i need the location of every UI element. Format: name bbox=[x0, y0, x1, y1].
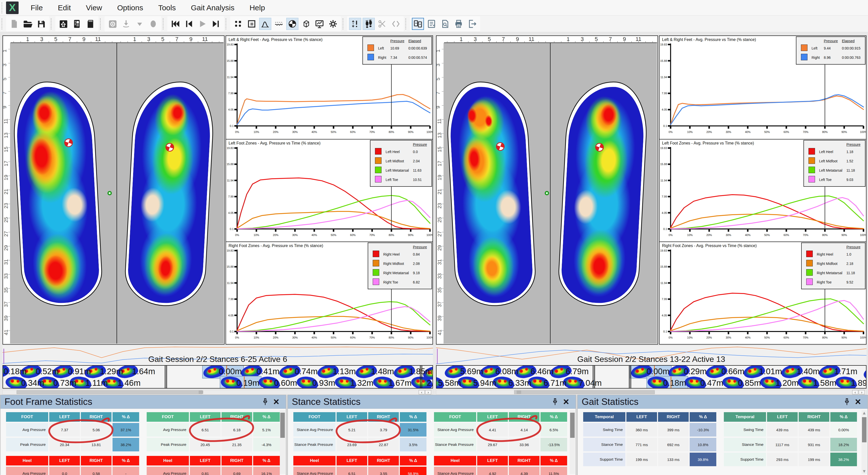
scroll-right-button[interactable]: › bbox=[859, 390, 865, 394]
timeline-stance-top[interactable]: 0.29m bbox=[668, 365, 706, 378]
close-icon[interactable]: × bbox=[561, 396, 571, 407]
timeline-stance-top[interactable]: 0.18m bbox=[2, 365, 20, 378]
save-file-button[interactable] bbox=[35, 18, 47, 30]
crop-tool-button[interactable] bbox=[376, 18, 388, 30]
close-icon[interactable]: × bbox=[271, 396, 282, 407]
code-view-button[interactable] bbox=[390, 18, 402, 30]
timeline-stance-bottom[interactable]: 1.32m bbox=[335, 377, 373, 389]
record-options-button[interactable] bbox=[134, 18, 146, 30]
play-button[interactable] bbox=[196, 18, 209, 30]
export-button[interactable] bbox=[466, 18, 478, 30]
scroll-down-icon[interactable]: ▼ bbox=[862, 469, 867, 474]
toolbar-group-handle[interactable] bbox=[100, 18, 102, 29]
scrollbar-grip[interactable] bbox=[517, 391, 521, 394]
timeline-stance-bottom[interactable]: 0.19m bbox=[220, 377, 258, 389]
timeline-stance-top[interactable]: 0.66m bbox=[706, 365, 743, 378]
scrollbar-grip[interactable] bbox=[199, 391, 203, 394]
timeline-stance-bottom[interactable]: 1.20m bbox=[760, 377, 798, 389]
record-dot-button[interactable] bbox=[147, 18, 159, 30]
device-manager-button[interactable] bbox=[71, 18, 83, 30]
cell-display-button[interactable] bbox=[232, 18, 244, 30]
sensor-map-button[interactable] bbox=[57, 18, 69, 30]
stats-scrollbar[interactable]: ▲▼ bbox=[862, 410, 867, 474]
timeline-stance-bottom[interactable]: 6.71m bbox=[528, 377, 563, 389]
menu-item-file[interactable]: File bbox=[23, 1, 50, 14]
curve-view-button[interactable] bbox=[259, 18, 271, 30]
timeline-stance-bottom[interactable]: 1.89m bbox=[835, 377, 867, 389]
timeline-stance-top[interactable]: 1.13m bbox=[317, 365, 355, 378]
sd-card-button[interactable] bbox=[84, 18, 96, 30]
frame-box-button[interactable] bbox=[246, 18, 258, 30]
menu-item-help[interactable]: Help bbox=[242, 1, 273, 14]
timeline-stance-top[interactable]: 1.01m bbox=[743, 365, 781, 378]
toolbar-group-handle[interactable] bbox=[343, 18, 345, 29]
print-button[interactable] bbox=[453, 18, 465, 30]
timeline-stance-top[interactable]: 1.40m bbox=[781, 365, 819, 378]
timeline-stance-top[interactable]: 0.41m bbox=[241, 365, 279, 378]
toolbar-group-handle[interactable] bbox=[225, 18, 227, 29]
timeline-stance-bottom[interactable]: 0.34m bbox=[5, 377, 38, 389]
timeline-stance-top[interactable]: 1.85m bbox=[394, 365, 432, 378]
cop-point-icon[interactable] bbox=[107, 191, 112, 195]
stance-timeline[interactable]: 0.18m0.52m0.91m1.29m1.64m0.34m0.73m1.11m… bbox=[2, 365, 433, 389]
timeline-stance-top[interactable]: 0.00m bbox=[630, 365, 668, 378]
measure-tool-button[interactable] bbox=[349, 18, 361, 30]
import-recording-button[interactable] bbox=[120, 18, 132, 30]
timeline-stance-top[interactable]: 1.71m bbox=[819, 365, 857, 378]
scroll-up-icon[interactable]: ▲ bbox=[862, 410, 867, 416]
menu-item-gait-analysis[interactable]: Gait Analysis bbox=[183, 1, 242, 14]
toolbar-drag-handle[interactable] bbox=[1, 2, 3, 13]
timeline-stance-bottom[interactable]: 0.85m bbox=[722, 377, 760, 389]
first-frame-button[interactable] bbox=[169, 18, 181, 30]
timeline-stance-top[interactable]: 6.79m bbox=[550, 365, 585, 378]
scrollbar-thumb[interactable] bbox=[17, 390, 203, 394]
last-frame-button[interactable] bbox=[210, 18, 222, 30]
timeline-stance-selected[interactable]: 0.00m bbox=[630, 365, 671, 378]
scrollbar-thumb[interactable] bbox=[514, 390, 655, 394]
menu-item-options[interactable]: Options bbox=[110, 1, 151, 14]
scrollbar-thumb[interactable] bbox=[280, 413, 285, 438]
pin-icon[interactable] bbox=[841, 396, 852, 407]
timeline-stance-top[interactable]: 6.46m bbox=[515, 365, 550, 378]
report-button[interactable] bbox=[426, 18, 437, 30]
timeline-stance-bottom[interactable]: 1.58m bbox=[798, 377, 835, 389]
timeline-stance-top[interactable]: 0.00m bbox=[203, 365, 241, 378]
previous-frame-button[interactable] bbox=[183, 18, 195, 30]
cop-display-button[interactable] bbox=[286, 18, 299, 30]
timeline-stance-bottom[interactable]: 7.04m bbox=[563, 377, 598, 389]
menu-item-edit[interactable]: Edit bbox=[50, 1, 79, 14]
timeline-stance-selected[interactable]: 0.18m bbox=[647, 377, 688, 389]
record-video-button[interactable] bbox=[106, 18, 119, 30]
cop-point-icon[interactable] bbox=[545, 191, 549, 195]
timeline-stance-bottom[interactable]: 1.67m bbox=[373, 377, 411, 389]
open-file-button[interactable] bbox=[22, 18, 34, 30]
timeline-stance-bottom[interactable]: 0.93m bbox=[297, 377, 335, 389]
scrollbar-thumb[interactable] bbox=[570, 413, 575, 438]
timeline-stance-top[interactable]: 1.48m bbox=[355, 365, 394, 378]
scroll-right-button[interactable]: › bbox=[425, 390, 431, 394]
toolbar-group-handle[interactable] bbox=[51, 18, 53, 29]
timeline-scrollbar[interactable]: ‹› bbox=[436, 390, 867, 394]
scroll-left-button[interactable]: ‹ bbox=[419, 390, 425, 394]
pin-icon[interactable] bbox=[260, 396, 271, 407]
timeline-stance-bottom[interactable]: 0.18m bbox=[647, 377, 685, 389]
timeline-stance-bottom[interactable]: 6.33m bbox=[493, 377, 528, 389]
print-preview-button[interactable] bbox=[439, 18, 451, 30]
filter-wave-button[interactable] bbox=[273, 18, 285, 30]
scrollbar-thumb[interactable] bbox=[862, 417, 867, 442]
timeline-stance-top[interactable]: 6.08m bbox=[480, 365, 515, 378]
footprints-tool-button[interactable] bbox=[363, 18, 375, 30]
settings-button[interactable] bbox=[327, 18, 339, 30]
timeline-stance-bottom[interactable]: 5.94m bbox=[458, 377, 493, 389]
timeline-stance-bottom[interactable]: 0.60m bbox=[258, 377, 297, 389]
stance-timeline[interactable]: 5.69m6.08m6.46m6.79m5.58m5.94m6.33m6.71m… bbox=[436, 365, 867, 389]
new-file-button[interactable] bbox=[8, 18, 20, 30]
menu-item-tools[interactable]: Tools bbox=[151, 1, 183, 14]
stats-scrollbar[interactable] bbox=[569, 410, 575, 474]
timeline-stance-bottom[interactable]: 0.47m bbox=[685, 377, 722, 389]
compare-documents-button[interactable] bbox=[412, 18, 424, 30]
scroll-left-button[interactable]: ‹ bbox=[852, 390, 858, 394]
timeline-scrollbar[interactable]: ‹› bbox=[2, 390, 433, 394]
toolbar-group-handle[interactable] bbox=[1, 18, 3, 29]
toolbar-group-handle[interactable] bbox=[405, 18, 407, 29]
